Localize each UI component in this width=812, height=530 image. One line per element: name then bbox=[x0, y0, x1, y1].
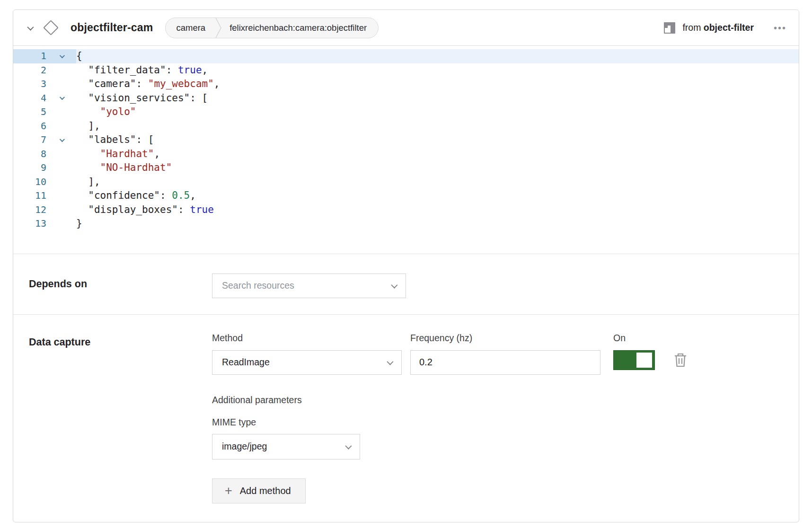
code-gutter: 8 bbox=[13, 147, 76, 161]
code-gutter: 13 bbox=[13, 217, 76, 231]
code-line[interactable]: 3 "camera": "my_webcam", bbox=[13, 77, 799, 91]
code-line[interactable]: 12 "display_boxes": true bbox=[13, 203, 799, 217]
code-line[interactable]: 1{ bbox=[13, 49, 799, 63]
code-token-plain bbox=[76, 134, 88, 145]
fold-cell bbox=[46, 105, 76, 119]
code-token-punct: : [ bbox=[190, 92, 208, 104]
fold-chevron-icon[interactable] bbox=[59, 95, 64, 100]
chevron-down-icon bbox=[345, 442, 352, 449]
code-token-str: "NO-Hardhat" bbox=[100, 162, 172, 173]
frequency-input[interactable] bbox=[410, 350, 600, 375]
method-select[interactable]: ReadImage bbox=[212, 350, 402, 375]
code-token-punct: : bbox=[178, 204, 190, 215]
fold-cell bbox=[46, 119, 76, 133]
line-number: 8 bbox=[13, 147, 46, 161]
code-line-text[interactable]: ], bbox=[76, 175, 799, 189]
code-token-punct: : bbox=[136, 78, 148, 89]
code-line-text[interactable]: "vision_services": [ bbox=[76, 91, 799, 106]
code-token-plain bbox=[76, 120, 88, 132]
code-token-num: 0.5 bbox=[172, 190, 190, 201]
from-module-text: from object-filter bbox=[682, 22, 754, 33]
code-token-punct: , bbox=[214, 78, 220, 89]
method-label: Method bbox=[212, 333, 402, 344]
code-token-key: "confidence" bbox=[88, 190, 160, 201]
code-line-text[interactable]: "NO-Hardhat" bbox=[76, 161, 799, 175]
code-line[interactable]: 10 ], bbox=[13, 175, 799, 189]
fold-cell bbox=[46, 203, 76, 217]
code-line-text[interactable]: "filter_data": true, bbox=[76, 63, 799, 78]
module-registry-icon bbox=[663, 22, 676, 34]
code-line-text[interactable]: ], bbox=[76, 119, 799, 133]
fold-cell bbox=[46, 161, 76, 175]
delete-method-button[interactable] bbox=[674, 353, 687, 368]
code-token-key: "vision_services" bbox=[88, 92, 190, 104]
mime-type-select[interactable]: image/jpeg bbox=[212, 434, 360, 459]
add-method-label: Add method bbox=[240, 486, 291, 496]
code-token-punct: ], bbox=[88, 120, 100, 132]
module-name-link[interactable]: object-filter bbox=[704, 22, 754, 33]
code-line[interactable]: 11 "confidence": 0.5, bbox=[13, 189, 799, 203]
line-number: 13 bbox=[13, 217, 46, 231]
line-number: 11 bbox=[13, 189, 46, 203]
code-line[interactable]: 7 "labels": [ bbox=[13, 133, 799, 147]
code-line[interactable]: 2 "filter_data": true, bbox=[13, 63, 799, 78]
code-token-punct: : bbox=[166, 64, 178, 76]
add-method-button[interactable]: + Add method bbox=[212, 478, 306, 504]
code-token-punct: { bbox=[76, 50, 82, 62]
more-options-icon[interactable]: ••• bbox=[774, 23, 786, 33]
code-line[interactable]: 6 ], bbox=[13, 119, 799, 133]
code-line-text[interactable]: "Hardhat", bbox=[76, 147, 799, 161]
api-model-pill: camera felixreichenbach:camera:objectfil… bbox=[165, 18, 379, 38]
capture-on-toggle[interactable] bbox=[613, 350, 655, 370]
line-number: 4 bbox=[13, 91, 46, 106]
code-line-text[interactable]: } bbox=[76, 217, 799, 231]
capture-method-row: Method ReadImage Frequency (hz) On bbox=[212, 333, 687, 375]
code-line-text[interactable]: { bbox=[76, 49, 799, 63]
toggle-on-label: On bbox=[613, 333, 687, 344]
code-line[interactable]: 13} bbox=[13, 217, 799, 231]
code-line[interactable]: 9 "NO-Hardhat" bbox=[13, 161, 799, 175]
code-token-plain bbox=[76, 162, 100, 173]
code-token-plain bbox=[76, 204, 88, 215]
pill-divider-icon bbox=[215, 18, 222, 38]
code-line-text[interactable]: "yolo" bbox=[76, 105, 799, 119]
code-gutter: 6 bbox=[13, 119, 76, 133]
code-line-text[interactable]: "confidence": 0.5, bbox=[76, 189, 799, 203]
code-gutter: 4 bbox=[13, 91, 76, 106]
depends-on-select[interactable]: Search resources bbox=[212, 274, 406, 298]
fold-chevron-icon[interactable] bbox=[59, 53, 64, 58]
code-line-text[interactable]: "display_boxes": true bbox=[76, 203, 799, 217]
code-token-str: "yolo" bbox=[100, 106, 136, 117]
code-token-plain bbox=[76, 190, 88, 201]
code-token-punct: , bbox=[154, 148, 160, 159]
code-line[interactable]: 4 "vision_services": [ bbox=[13, 91, 799, 106]
depends-on-section: Depends on Search resources bbox=[13, 254, 799, 315]
code-line-text[interactable]: "labels": [ bbox=[76, 133, 799, 147]
code-token-plain bbox=[76, 148, 100, 159]
code-token-plain bbox=[76, 64, 88, 76]
toggle-knob bbox=[636, 353, 652, 368]
plus-icon: + bbox=[225, 485, 232, 497]
code-line-text[interactable]: "camera": "my_webcam", bbox=[76, 77, 799, 91]
line-number: 12 bbox=[13, 203, 46, 217]
fold-cell bbox=[46, 91, 76, 106]
frequency-label: Frequency (hz) bbox=[410, 333, 600, 344]
collapse-chevron-icon[interactable] bbox=[27, 24, 34, 30]
code-line[interactable]: 5 "yolo" bbox=[13, 105, 799, 119]
component-diamond-icon bbox=[43, 20, 59, 35]
code-line[interactable]: 8 "Hardhat", bbox=[13, 147, 799, 161]
card-header: objectfilter-cam camera felixreichenbach… bbox=[13, 10, 799, 46]
fold-chevron-icon[interactable] bbox=[59, 137, 64, 142]
resource-config-card: objectfilter-cam camera felixreichenbach… bbox=[13, 9, 799, 522]
code-token-punct: : bbox=[160, 190, 172, 201]
chevron-down-icon bbox=[391, 282, 397, 288]
chevron-down-icon bbox=[387, 358, 393, 365]
code-token-punct: : [ bbox=[136, 134, 154, 145]
code-gutter: 5 bbox=[13, 105, 76, 119]
method-field: Method ReadImage bbox=[212, 333, 402, 375]
data-capture-section: Data capture Method ReadImage Frequency … bbox=[13, 315, 799, 520]
json-attributes-editor[interactable]: 1{2 "filter_data": true,3 "camera": "my_… bbox=[13, 46, 799, 254]
code-gutter: 7 bbox=[13, 133, 76, 147]
code-gutter: 12 bbox=[13, 203, 76, 217]
code-token-key: "filter_data" bbox=[88, 64, 166, 76]
